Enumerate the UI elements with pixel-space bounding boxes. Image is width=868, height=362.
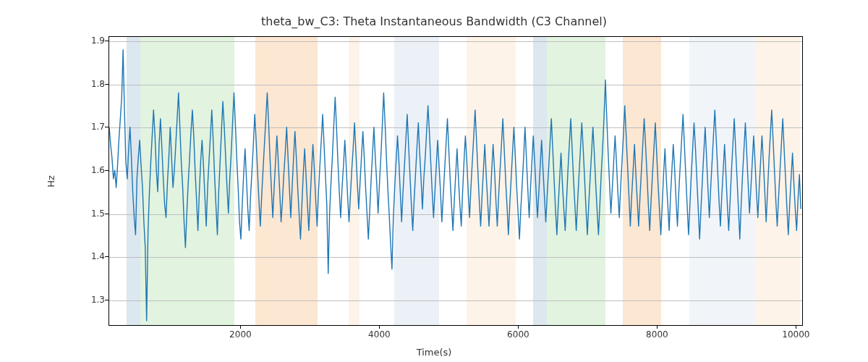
x-tick-label: 10000 <box>782 329 809 340</box>
x-tick-label: 4000 <box>368 329 391 340</box>
x-tick-label: 6000 <box>507 329 529 340</box>
figure: theta_bw_C3: Theta Instantaneous Bandwid… <box>0 0 868 362</box>
y-axis-label: Hz <box>43 0 58 362</box>
x-tick-label: 8000 <box>646 329 668 340</box>
y-tick-label: 1.4 <box>69 251 105 261</box>
y-tick-label: 1.9 <box>69 35 105 46</box>
y-tick-label: 1.7 <box>69 122 105 132</box>
y-tick-label: 1.3 <box>69 295 105 305</box>
y-tick-label: 1.5 <box>69 209 105 219</box>
y-tick-label: 1.8 <box>69 79 105 89</box>
chart-title: theta_bw_C3: Theta Instantaneous Bandwid… <box>0 14 868 28</box>
plot-area <box>109 36 803 326</box>
y-tick-label: 1.6 <box>69 165 105 175</box>
series-line <box>109 37 802 325</box>
x-tick-label: 2000 <box>229 329 252 340</box>
x-axis-label: Time(s) <box>0 347 868 358</box>
theta-bw-c3-path <box>109 50 801 321</box>
